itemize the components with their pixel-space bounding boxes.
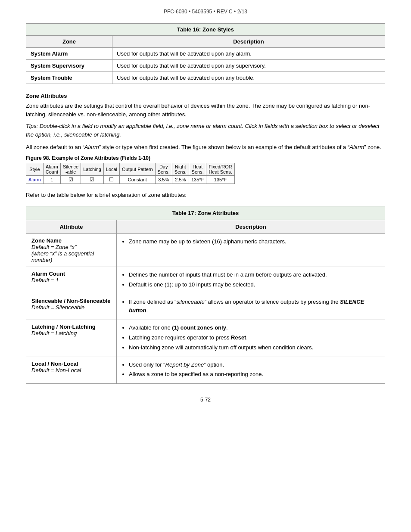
table-16: Table 16: Zone Styles Zone Description S… [26, 23, 385, 84]
table-16-col1: Zone [26, 36, 112, 48]
zone-name-system-alarm: System Alarm [26, 48, 112, 60]
table-16-col2: Description [112, 36, 385, 48]
latching-checkbox [90, 177, 94, 182]
table-row: System Trouble Used for outputs that wil… [26, 72, 385, 84]
attr-zone-name-label: Zone Name [31, 237, 62, 244]
page-footer: 5-72 [26, 397, 385, 403]
table-row: System Alarm Used for outputs that will … [26, 48, 385, 60]
attr-alarm-count-label: Alarm Count [31, 271, 65, 277]
fig-col-fixed-ror: Fixed/RORHeat Sens. [206, 163, 234, 175]
fig-latching-val [81, 175, 104, 184]
table-row: Local / Non-Local Default = Non-Local Us… [26, 357, 385, 384]
attr-zone-name: Zone Name Default = Zone “x” (where “x” … [26, 234, 117, 267]
fig-heat-val: 135°F [189, 175, 206, 184]
attr-latching-desc: Available for one (1) count zones only. … [117, 320, 385, 357]
fig-night-val: 2.5% [172, 175, 189, 184]
figure-98-table: Style AlarmCount Silence-able Latching L… [26, 163, 235, 184]
attr-alarm-count-default: Default = 1 [31, 277, 59, 283]
page-header: PFC-6030 • 5403595 • REV C • 2/13 [26, 9, 385, 15]
attr-latching-label: Latching / Non-Latching [31, 324, 96, 330]
list-item: Defines the number of inputs that must b… [129, 271, 380, 280]
local-checkbox [109, 177, 114, 182]
report-by-zone-italic: Report by Zone [165, 361, 204, 368]
zone-attributes-para1: Zone attributes are the settings that co… [26, 102, 385, 118]
bold-reset: Reset [231, 334, 246, 341]
fig-fixed-ror-val: 135°F [206, 175, 234, 184]
zone-attributes-tip: Tips: Double-click in a field to modify … [26, 122, 385, 139]
zone-name-desc-list: Zone name may be up to sixteen (16) alph… [129, 237, 380, 246]
table-row: Zone Name Default = Zone “x” (where “x” … [26, 234, 385, 267]
fig-silenceable-val [61, 175, 81, 184]
attr-latching-default: Default = Latching [31, 330, 77, 336]
attr-local-desc: Used only for “Report by Zone” option. A… [117, 357, 385, 384]
table-row: System Supervisory Used for outputs that… [26, 60, 385, 72]
list-item: Used only for “Report by Zone” option. [129, 361, 380, 370]
fig-day-val: 3.5% [155, 175, 172, 184]
figure-98-label: Figure 98. Example of Zone Attributes (F… [26, 155, 385, 161]
fig-output-val: Constant [120, 175, 156, 184]
refer-text: Refer to the table below for a brief exp… [26, 191, 385, 199]
fig-col-night: NightSens. [172, 163, 189, 175]
attr-zone-name-default: Default = Zone “x” [31, 244, 76, 250]
table-17-col1: Attribute [26, 220, 117, 234]
figure-alarm-row: Alarm 1 Constant 3.5% 2.5% 135°F 135°F [26, 175, 235, 184]
attr-silenceable-desc: If zone defined as “silenceable” allows … [117, 294, 385, 320]
alarm-count-desc-list: Defines the number of inputs that must b… [129, 271, 380, 289]
attr-zone-name-default2: (where “x” is a sequential number) [31, 250, 94, 263]
fig-col-alarm-count: AlarmCount [43, 163, 60, 175]
header-text: PFC-6030 • 5403595 • REV C • 2/13 [164, 9, 247, 15]
alarm-italic2: Alarm [349, 144, 364, 150]
fig-col-heat: HeatSens. [189, 163, 206, 175]
fig-col-output: Output Pattern [120, 163, 156, 175]
zone-attributes-heading: Zone Attributes [26, 93, 385, 99]
zone-attributes-section: Zone Attributes Zone attributes are the … [26, 93, 385, 152]
attr-zone-name-desc: Zone name may be up to sixteen (16) alph… [117, 234, 385, 267]
local-desc-list: Used only for “Report by Zone” option. A… [129, 361, 380, 380]
table-16-title: Table 16: Zone Styles [26, 24, 385, 36]
attr-alarm-count: Alarm Count Default = 1 [26, 267, 117, 294]
zone-desc-system-trouble: Used for outputs that will be activated … [112, 72, 385, 84]
list-item: If zone defined as “silenceable” allows … [129, 298, 380, 316]
table-17-title: Table 17: Zone Attributes [26, 206, 385, 220]
list-item: Default is one (1); up to 10 inputs may … [129, 280, 380, 289]
fig-local-val [103, 175, 119, 184]
attr-latching: Latching / Non-Latching Default = Latchi… [26, 320, 117, 357]
fig-alarm-count-val: 1 [43, 175, 60, 184]
zone-attributes-para2: All zones default to an “Alarm” style or… [26, 143, 385, 152]
table-row: Silenceable / Non-Silenceable Default = … [26, 294, 385, 320]
table-17-col2: Description [117, 220, 385, 234]
figure-98-container: Figure 98. Example of Zone Attributes (F… [26, 155, 385, 184]
list-item: Non-latching zone will automatically tur… [129, 343, 380, 352]
bold-count: (1) count zones only [172, 324, 226, 331]
table-row: Alarm Count Default = 1 Defines the numb… [26, 267, 385, 294]
fig-col-style: Style [26, 163, 44, 175]
zone-name-system-supervisory: System Supervisory [26, 60, 112, 72]
attr-silenceable-label: Silenceable / Non-Silenceable [31, 298, 111, 304]
attr-alarm-count-desc: Defines the number of inputs that must b… [117, 267, 385, 294]
fig-style-val: Alarm [26, 175, 44, 184]
fig-col-local: Local [103, 163, 119, 175]
fig-col-silence: Silence-able [61, 163, 81, 175]
list-item: Zone name may be up to sixteen (16) alph… [129, 237, 380, 246]
attr-silenceable: Silenceable / Non-Silenceable Default = … [26, 294, 117, 320]
list-item: Available for one (1) count zones only. [129, 324, 380, 333]
latching-desc-list: Available for one (1) count zones only. … [129, 324, 380, 352]
zone-desc-system-supervisory: Used for outputs that will be activated … [112, 60, 385, 72]
list-item: Latching zone requires operator to press… [129, 333, 380, 342]
footer-page-number: 5-72 [200, 397, 211, 403]
silenceable-italic: silenceable [177, 299, 205, 305]
alarm-italic: Alarm [84, 144, 99, 150]
attr-silenceable-default: Default = Silenceable [31, 304, 84, 311]
attr-local-label: Local / Non-Local [31, 361, 78, 367]
list-item: Allows a zone to be specified as a non-r… [129, 370, 380, 379]
zone-desc-system-alarm: Used for outputs that will be activated … [112, 48, 385, 60]
silence-button-bold: SILENCE button [129, 299, 364, 314]
attr-local: Local / Non-Local Default = Non-Local [26, 357, 117, 384]
fig-col-latching: Latching [81, 163, 104, 175]
table-row: Latching / Non-Latching Default = Latchi… [26, 320, 385, 357]
fig-col-day: DaySens. [155, 163, 172, 175]
silenceable-checkbox [68, 177, 73, 182]
attr-local-default: Default = Non-Local [31, 367, 81, 373]
table-17: Table 17: Zone Attributes Attribute Desc… [26, 206, 385, 384]
silenceable-desc-list: If zone defined as “silenceable” allows … [129, 298, 380, 316]
